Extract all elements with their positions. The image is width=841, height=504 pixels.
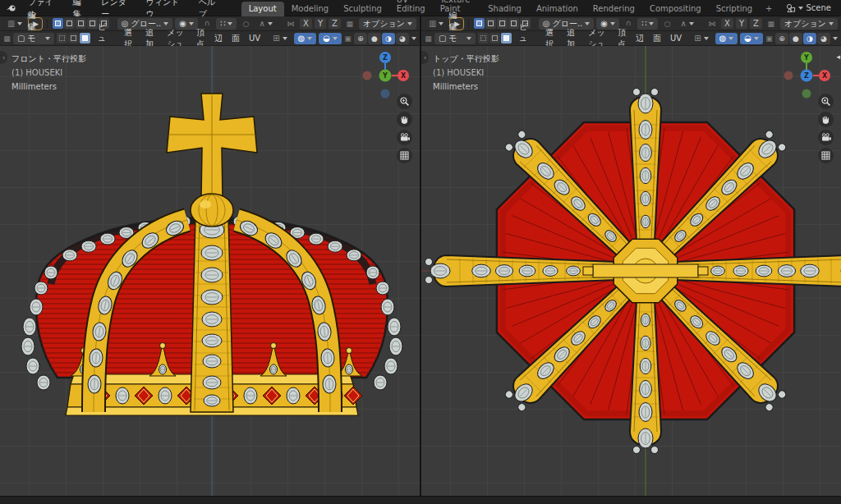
mode-dropdown[interactable]: ▢編集モード	[13, 33, 54, 44]
vertex-select-button[interactable]	[57, 33, 67, 44]
workspace-tabs: Layout Modeling Sculpting UV Editing Tex…	[241, 0, 779, 16]
tool-icon: ▥	[429, 19, 436, 28]
top-menu-bar: ファイル 編集 レンダー ウィンドウ ヘルプ Layout Modeling S…	[0, 0, 841, 16]
mirror-z-toggle[interactable]: Z	[750, 18, 762, 29]
perspective-toggle-button[interactable]	[818, 148, 834, 163]
mesh-select-modes	[57, 33, 90, 44]
zoom-button[interactable]	[818, 94, 834, 109]
overlays-icon: ◍	[298, 34, 306, 43]
menu-edge[interactable]: 辺	[211, 31, 226, 46]
tool-settings-bar: ▥ ▶ ◎グロー.. ◉ ∩ ∷ ○ ∧ ⋈ X Y Z ▦ オプション	[0, 16, 420, 31]
tab-sculpting[interactable]: Sculpting	[336, 2, 389, 16]
mirror-y-toggle[interactable]: Y	[315, 18, 326, 29]
tab-shading[interactable]: Shading	[480, 2, 529, 16]
shading-rendered-button[interactable]: ◕	[396, 33, 409, 44]
select-subtract-button[interactable]	[76, 18, 86, 29]
editor-type-icon[interactable]: ▦	[425, 33, 432, 44]
camera-view-button[interactable]	[818, 130, 834, 145]
gizmo-icon: ⊞	[273, 34, 279, 43]
mirror-z-toggle[interactable]: Z	[329, 18, 341, 29]
shading-wireframe-button[interactable]: ⊕	[354, 33, 367, 44]
tab-modeling[interactable]: Modeling	[284, 2, 337, 16]
options-dropdown[interactable]: オプション	[780, 18, 838, 30]
select-subtract-button[interactable]	[497, 18, 508, 29]
mesh-select-modes	[478, 33, 512, 44]
select-set-button[interactable]	[474, 18, 485, 29]
select-set-button[interactable]	[53, 18, 63, 29]
mirror-x-toggle[interactable]: X	[721, 18, 733, 29]
editor-type-icon[interactable]: ▦	[3, 33, 11, 44]
mode-dropdown[interactable]: ▢編集モード	[434, 33, 476, 44]
menu-face[interactable]: 面	[650, 31, 664, 46]
tab-layout[interactable]: Layout	[241, 2, 284, 16]
vertex-select-button[interactable]	[478, 33, 489, 44]
gizmo-axis-right: X	[401, 72, 407, 80]
menu-uv[interactable]: UV	[667, 32, 685, 44]
proportional-edit-toggle[interactable]: ○	[660, 18, 673, 30]
blender-logo-icon[interactable]	[5, 2, 17, 14]
workspace: ▥ ▶ ◎グロー.. ◉ ∩ ∷ ○ ∧ ⋈ X Y Z ▦ オプション	[0, 16, 841, 496]
edge-select-button[interactable]	[489, 33, 500, 44]
tab-animation[interactable]: Animation	[529, 2, 586, 16]
menu-edge[interactable]: 辺	[632, 31, 647, 46]
options-dropdown[interactable]: オプション	[359, 18, 416, 30]
chevron-down-icon	[798, 7, 803, 10]
shading-dropdown-icon[interactable]	[411, 37, 416, 40]
menu-uv[interactable]: UV	[246, 32, 264, 44]
shading-rendered-button[interactable]: ◕	[817, 33, 830, 44]
status-bar	[0, 496, 841, 504]
shading-wireframe-button[interactable]: ⊕	[775, 33, 788, 44]
gizmo-axis-top: Z	[383, 54, 388, 62]
proportional-edit-toggle[interactable]: ○	[239, 18, 252, 30]
face-select-button[interactable]	[501, 33, 512, 44]
xray-toggle[interactable]: ▣	[765, 33, 773, 44]
overlays-icon: ◍	[719, 34, 727, 43]
tab-rendering[interactable]: Rendering	[586, 2, 642, 16]
gizmo-icon: ⊞	[694, 34, 701, 43]
magnet-icon: ∩	[626, 19, 632, 27]
zoom-button[interactable]	[397, 94, 412, 109]
mirror-x-toggle[interactable]: X	[300, 18, 312, 29]
xray-dropdown[interactable]: ◒	[319, 33, 342, 44]
scene-selector[interactable]: Scene	[781, 2, 836, 14]
gizmos-dropdown[interactable]: ⊞	[269, 33, 291, 44]
shading-dropdown-icon[interactable]	[833, 37, 838, 40]
perspective-toggle-button[interactable]	[397, 148, 412, 163]
xray-dropdown[interactable]: ◒	[740, 33, 763, 44]
add-workspace-button[interactable]: +	[760, 2, 778, 16]
camera-view-button[interactable]	[397, 130, 412, 145]
active-tool-dropdown[interactable]: ▥	[3, 18, 26, 30]
shading-material-button[interactable]: ◑	[803, 33, 816, 44]
snap-settings-dropdown[interactable]: ∷	[637, 18, 658, 30]
tab-compositing[interactable]: Compositing	[642, 2, 709, 16]
gizmos-dropdown[interactable]: ⊞	[690, 33, 712, 44]
shading-solid-button[interactable]: ●	[789, 33, 802, 44]
select-extend-button[interactable]	[64, 18, 75, 29]
tab-uv-editing[interactable]: UV Editing	[389, 0, 433, 16]
edge-select-button[interactable]	[68, 33, 79, 44]
pane-top-view: ▥ ▶ ◎グロー.. ◉ ∩ ∷ ○ ∧ ⋈ X Y Z ▦ オプション	[421, 16, 841, 496]
face-select-button[interactable]	[80, 33, 90, 44]
pan-button[interactable]	[397, 112, 412, 127]
viewport-front[interactable]: ‹ フロント・平行投影 (1) HOUSEKI Millimeters Z X …	[0, 46, 420, 496]
viewport-top[interactable]: ‹ ◂ トップ・平行投影 (1) HOUSEKI Millimeters Y X…	[421, 46, 841, 496]
shading-material-button[interactable]: ◑	[382, 33, 395, 44]
shading-solid-button[interactable]: ●	[368, 33, 381, 44]
xray-toggle[interactable]: ▣	[344, 33, 352, 44]
proportional-falloff-dropdown[interactable]: ∧	[676, 18, 697, 30]
active-tool-dropdown[interactable]: ▥	[425, 18, 448, 30]
sidebar-toggle-icon[interactable]: ◂	[836, 53, 840, 61]
tool-icon: ▥	[7, 19, 15, 28]
menu-face[interactable]: 面	[228, 31, 243, 46]
snap-settings-dropdown[interactable]: ∷	[216, 18, 237, 30]
shading-modes: ⊕ ● ◑ ◕	[775, 33, 830, 44]
scene-name: Scene	[806, 3, 831, 12]
snap-target-icon: ▦	[343, 18, 356, 30]
select-extend-button[interactable]	[485, 18, 496, 29]
overlays-dropdown[interactable]: ◍	[294, 33, 317, 44]
overlays-dropdown[interactable]: ◍	[715, 33, 738, 44]
proportional-falloff-dropdown[interactable]: ∧	[255, 18, 276, 30]
mirror-y-toggle[interactable]: Y	[736, 18, 747, 29]
tab-scripting[interactable]: Scripting	[709, 2, 760, 16]
pan-button[interactable]	[818, 112, 834, 127]
